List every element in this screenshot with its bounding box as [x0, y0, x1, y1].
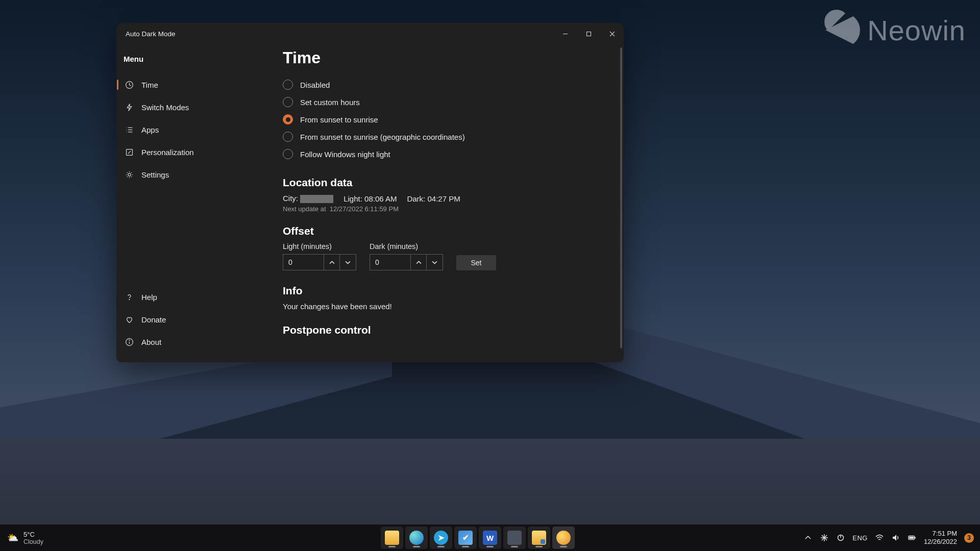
maximize-button[interactable]: [577, 25, 600, 42]
offset-dark-down[interactable]: [427, 254, 443, 270]
sidebar-header: Menu: [116, 48, 283, 73]
gear-icon: [125, 170, 134, 179]
radio-from-sunset-to-sunrise[interactable]: From sunset to sunrise: [283, 114, 599, 124]
edit-icon: [125, 147, 134, 157]
tb-files[interactable]: [528, 527, 550, 549]
dark-time: 04:27 PM: [427, 194, 460, 203]
sidebar-item-time[interactable]: Time: [116, 73, 283, 96]
wifi-icon[interactable]: [875, 533, 884, 542]
offset-light-up[interactable]: [324, 254, 340, 270]
taskbar-clock[interactable]: 7:51 PM 12/26/2022: [924, 530, 957, 546]
location-row: City: Light: 08:06 AM Dark: 04:27 PM: [283, 194, 599, 203]
heart-icon: [125, 315, 134, 324]
next-update: Next update at 12/27/2022 6:11:59 PM: [283, 205, 599, 213]
radio-circle-icon: [283, 80, 293, 90]
sidebar-item-settings[interactable]: Settings: [116, 163, 283, 186]
radio-label: Disabled: [300, 81, 330, 89]
neowin-watermark: Neowin: [825, 13, 966, 47]
light-time: 08:06 AM: [364, 194, 397, 203]
city-redacted: [300, 195, 333, 203]
neowin-logo-icon: [825, 13, 860, 47]
radio-label: From sunset to sunrise (geographic coord…: [300, 133, 465, 141]
svg-point-13: [129, 299, 129, 299]
svg-rect-1: [586, 32, 591, 36]
content-pane: Time DisabledSet custom hoursFrom sunset…: [283, 44, 624, 362]
list-icon: [125, 125, 134, 134]
sidebar-item-label: About: [141, 338, 161, 346]
tb-edge[interactable]: [405, 527, 428, 549]
start-button[interactable]: [356, 527, 379, 549]
tray-overflow[interactable]: [803, 533, 813, 542]
titlebar[interactable]: Auto Dark Mode: [116, 23, 624, 44]
sidebar-item-about[interactable]: About: [116, 331, 283, 353]
offset-heading: Offset: [283, 225, 599, 237]
tray-power-icon[interactable]: [836, 533, 845, 542]
sidebar-item-label: Donate: [141, 315, 166, 324]
taskbar: ⛅ 5°C Cloudy ➤ ✔ W ENG 7:51 PM 12/26/202…: [0, 524, 980, 551]
weather-temp: 5°C: [23, 531, 43, 538]
sidebar-item-label: Time: [141, 81, 158, 89]
svg-rect-26: [909, 537, 914, 539]
sidebar-item-label: Settings: [141, 170, 169, 179]
app-window: Auto Dark Mode Menu TimeSwitch ModesApps…: [116, 23, 624, 362]
radio-label: Set custom hours: [300, 98, 360, 107]
tb-word[interactable]: W: [479, 527, 501, 549]
neowin-text: Neowin: [867, 14, 966, 47]
taskbar-time: 7:51 PM: [924, 530, 957, 538]
svg-marker-23: [893, 535, 896, 541]
info-icon: [125, 337, 134, 346]
radio-label: From sunset to sunrise: [300, 115, 378, 124]
radio-follow-windows-night-light[interactable]: Follow Windows night light: [283, 149, 599, 159]
tb-explorer[interactable]: [381, 527, 403, 549]
sidebar-item-help[interactable]: Help: [116, 286, 283, 308]
set-button[interactable]: Set: [456, 255, 496, 270]
clock-icon: [125, 80, 134, 89]
sidebar-item-personalization[interactable]: Personalization: [116, 141, 283, 163]
info-message: Your changes have been saved!: [283, 302, 599, 311]
time-mode-radios: DisabledSet custom hoursFrom sunset to s…: [283, 80, 599, 159]
radio-circle-icon: [283, 149, 293, 159]
sidebar-item-label: Apps: [141, 126, 159, 134]
minimize-button[interactable]: [553, 25, 577, 42]
offset-light-input[interactable]: [283, 254, 324, 270]
notification-badge[interactable]: 3: [964, 533, 974, 543]
tb-telegram[interactable]: ➤: [430, 527, 452, 549]
battery-icon[interactable]: [908, 533, 917, 542]
tb-todo[interactable]: ✔: [454, 527, 477, 549]
radio-label: Follow Windows night light: [300, 150, 390, 159]
radio-from-sunset-to-sunrise-geographic-coordinates-[interactable]: From sunset to sunrise (geographic coord…: [283, 132, 599, 142]
tray-app-icon[interactable]: [820, 533, 829, 542]
offset-light-down[interactable]: [340, 254, 356, 270]
offset-light-label: Light (minutes): [283, 242, 356, 251]
radio-circle-icon: [283, 132, 293, 142]
location-heading: Location data: [283, 177, 599, 189]
offset-dark-input[interactable]: [370, 254, 410, 270]
light-label: Light:: [344, 194, 362, 203]
content-scrollbar[interactable]: [620, 47, 622, 348]
language-indicator[interactable]: ENG: [852, 534, 868, 542]
radio-circle-icon: [283, 97, 293, 107]
sidebar-item-donate[interactable]: Donate: [116, 308, 283, 331]
svg-point-12: [128, 173, 130, 176]
radio-set-custom-hours[interactable]: Set custom hours: [283, 97, 599, 107]
weather-desc: Cloudy: [23, 538, 43, 545]
sidebar-item-switch-modes[interactable]: Switch Modes: [116, 96, 283, 118]
close-button[interactable]: [600, 25, 624, 42]
help-icon: [125, 292, 134, 302]
weather-icon: ⛅: [7, 532, 18, 543]
window-title: Auto Dark Mode: [126, 30, 553, 38]
volume-icon[interactable]: [891, 533, 900, 542]
info-heading: Info: [283, 285, 599, 297]
dark-label: Dark:: [407, 194, 425, 203]
taskbar-date: 12/26/2022: [924, 538, 957, 546]
weather-widget[interactable]: ⛅ 5°C Cloudy: [0, 531, 128, 545]
offset-dark-up[interactable]: [410, 254, 427, 270]
system-tray: ENG 7:51 PM 12/26/2022 3: [803, 530, 980, 546]
tb-calculator[interactable]: [503, 527, 526, 549]
sidebar-item-apps[interactable]: Apps: [116, 118, 283, 141]
sidebar-item-label: Switch Modes: [141, 103, 189, 112]
tb-autodarkmode[interactable]: [552, 527, 575, 549]
radio-disabled[interactable]: Disabled: [283, 80, 599, 90]
svg-rect-25: [915, 537, 916, 539]
sidebar-item-label: Help: [141, 293, 157, 302]
